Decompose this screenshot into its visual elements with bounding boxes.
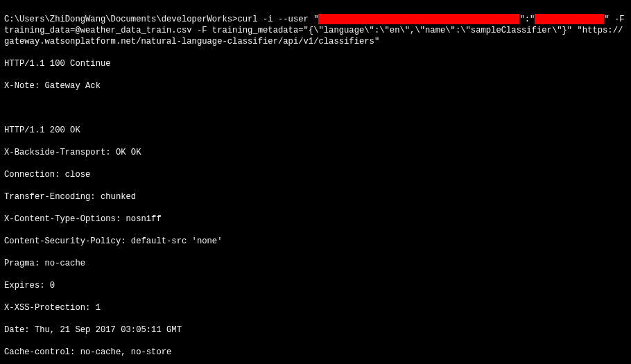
- blank-line: [4, 103, 627, 114]
- header-x-xss-protection: X-XSS-Protection: 1: [4, 302, 627, 313]
- header-expires: Expires: 0: [4, 280, 627, 291]
- response-status-100: HTTP/1.1 100 Continue: [4, 58, 627, 69]
- header-transfer-encoding: Transfer-Encoding: chunked: [4, 191, 627, 202]
- response-status-200: HTTP/1.1 200 OK: [4, 125, 627, 136]
- header-x-content-type-options: X-Content-Type-Options: nosniff: [4, 214, 627, 225]
- command-line: C:\Users\ZhiDongWang\Documents\developer…: [4, 14, 627, 47]
- header-cache-control: Cache-control: no-cache, no-store: [4, 347, 627, 358]
- header-backside-transport: X-Backside-Transport: OK OK: [4, 147, 627, 158]
- header-xnote: X-Note: Gateway Ack: [4, 80, 627, 92]
- header-date: Date: Thu, 21 Sep 2017 03:05:11 GMT: [4, 324, 627, 336]
- redacted-user: [318, 14, 519, 24]
- prompt-pre: C:\Users\ZhiDongWang\Documents\developer…: [4, 15, 318, 24]
- prompt-mid: ":": [519, 15, 535, 24]
- header-pragma: Pragma: no-cache: [4, 258, 627, 269]
- redacted-pass: [535, 14, 604, 24]
- header-connection: Connection: close: [4, 169, 627, 180]
- header-content-security-policy: Content-Security-Policy: default-src 'no…: [4, 236, 627, 247]
- terminal-output[interactable]: C:\Users\ZhiDongWang\Documents\developer…: [0, 0, 631, 364]
